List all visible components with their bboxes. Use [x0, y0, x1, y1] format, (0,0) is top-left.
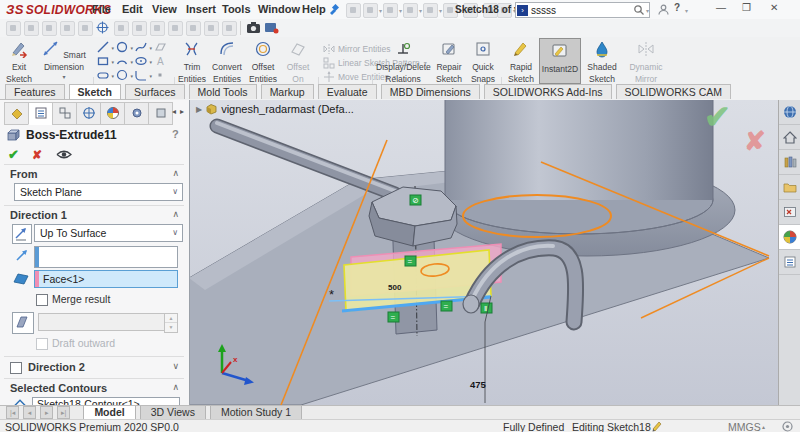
- toolbar-ghost-icon[interactable]: [42, 19, 57, 36]
- instant2d-button[interactable]: Instant2D: [539, 38, 581, 84]
- units-label[interactable]: MMGS: [728, 421, 761, 432]
- sketch-relation-badge[interactable]: =: [388, 312, 399, 322]
- toolbar-ghost-icon[interactable]: [24, 19, 39, 36]
- merge-result-checkbox[interactable]: [36, 294, 48, 306]
- toolbar-ghost-icon[interactable]: [78, 19, 93, 36]
- menu-help[interactable]: Help: [302, 3, 326, 15]
- smart-dimension-button[interactable]: Smart Dimension▾: [38, 40, 90, 80]
- preview-eye-icon[interactable]: [56, 149, 72, 162]
- draft-outward-checkbox[interactable]: [36, 338, 48, 350]
- spline-tool[interactable]: ▾: [135, 41, 152, 54]
- search-dropdown-icon[interactable]: ▾: [646, 7, 649, 14]
- tab-sketch[interactable]: Sketch: [69, 84, 121, 99]
- view-palette-icon[interactable]: [779, 200, 800, 225]
- fillet-tool[interactable]: ▾: [135, 69, 152, 82]
- line-tool[interactable]: ▾: [97, 41, 114, 54]
- tab-scroll-first-icon[interactable]: |◂: [6, 406, 19, 419]
- offset-entities-button[interactable]: Offset Entities: [247, 40, 279, 84]
- tab-markup[interactable]: Markup: [261, 84, 314, 99]
- sketch-relation-badge[interactable]: =: [441, 301, 452, 311]
- cancel-button[interactable]: ✘: [32, 148, 42, 162]
- 3d-views-tab[interactable]: 3D Views: [140, 406, 206, 420]
- collapse-chevron-icon[interactable]: ∧: [172, 382, 179, 392]
- tab-solidworks-cam[interactable]: SOLIDWORKS CAM: [616, 84, 731, 99]
- from-section-label[interactable]: From: [10, 168, 38, 180]
- menu-insert[interactable]: Insert: [186, 3, 216, 15]
- configuration-manager-tab[interactable]: [52, 102, 77, 125]
- panel-tab-scroll-right[interactable]: ▸: [180, 107, 184, 116]
- menu-edit[interactable]: Edit: [122, 3, 143, 15]
- flyout-feature-tree[interactable]: ▶ vignesh_radarmast (Defa...: [196, 103, 354, 115]
- sensors-tab[interactable]: [148, 102, 173, 125]
- rectangle-tool[interactable]: ▾: [97, 55, 114, 68]
- draft-angle-field[interactable]: [38, 313, 166, 331]
- new-document-button[interactable]: ▾: [363, 3, 382, 18]
- print-button[interactable]: ▾: [423, 3, 442, 18]
- expand-chevron-icon[interactable]: ∨: [172, 361, 179, 371]
- resources-globe-icon[interactable]: [779, 100, 800, 125]
- sketch-relation-badge[interactable]: ⊘: [410, 195, 421, 205]
- design-library-icon[interactable]: [779, 150, 800, 175]
- pin-menu-icon[interactable]: [328, 4, 339, 17]
- home-button[interactable]: [346, 3, 361, 18]
- home-tab-icon[interactable]: [779, 125, 800, 150]
- menu-file[interactable]: File: [92, 3, 111, 15]
- toolbar-ghost-icon[interactable]: [168, 19, 183, 36]
- draft-button[interactable]: [12, 312, 34, 334]
- tab-mbd-dimensions[interactable]: MBD Dimensions: [381, 84, 480, 99]
- custom-properties-icon[interactable]: [779, 250, 800, 275]
- orientation-icon[interactable]: [96, 21, 109, 36]
- restore-button[interactable]: ❐: [742, 2, 751, 13]
- toolbar-ghost-icon[interactable]: [222, 19, 237, 36]
- confirm-ok-corner[interactable]: ✔: [704, 98, 731, 136]
- sketch-relation-badge[interactable]: =: [405, 256, 416, 266]
- magnifier-icon[interactable]: [633, 4, 645, 16]
- draft-angle-spinner[interactable]: ▲ ▼: [164, 313, 178, 333]
- toolbar-ghost-icon[interactable]: [186, 19, 201, 36]
- help-dropdown-icon[interactable]: ▾: [685, 7, 688, 14]
- direction2-checkbox[interactable]: [10, 362, 22, 374]
- screen-capture-icon[interactable]: [246, 21, 261, 36]
- tab-evaluate[interactable]: Evaluate: [318, 84, 377, 99]
- from-dropdown[interactable]: Sketch Plane∨: [14, 183, 183, 201]
- model-cylinder[interactable]: [445, 100, 713, 234]
- spline-handle-marker[interactable]: *: [329, 287, 334, 302]
- tab-mold-tools[interactable]: Mold Tools: [189, 84, 257, 99]
- collapse-chevron-icon[interactable]: ∧: [172, 209, 179, 219]
- help-menu[interactable]: ?: [674, 2, 680, 13]
- status-options-icon[interactable]: [782, 421, 793, 432]
- help-icon[interactable]: ?: [172, 128, 179, 140]
- polygon-tool[interactable]: ▾: [116, 69, 133, 82]
- repair-sketch-button[interactable]: Repair Sketch: [432, 40, 466, 84]
- panel-tab-scroll-left[interactable]: ◂: [172, 107, 176, 116]
- dimension-500[interactable]: 500: [388, 283, 402, 292]
- toolbar-ghost-icon[interactable]: [60, 19, 75, 36]
- direction1-section-label[interactable]: Direction 1: [10, 209, 67, 221]
- tab-solidworks-addins[interactable]: SOLIDWORKS Add-Ins: [484, 84, 612, 99]
- tab-scroll-last-icon[interactable]: ▸|: [57, 406, 70, 419]
- toolbar-ghost-icon[interactable]: [6, 19, 21, 36]
- appearances-icon[interactable]: [779, 225, 800, 250]
- sketch-relation-badge[interactable]: ‖: [481, 303, 492, 313]
- menu-window[interactable]: Window: [258, 3, 300, 15]
- property-manager-tab[interactable]: [28, 102, 53, 125]
- confirm-cancel-corner[interactable]: ✘: [744, 126, 766, 157]
- expand-arrow-icon[interactable]: ▶: [196, 105, 202, 114]
- ok-button[interactable]: ✔: [8, 147, 19, 162]
- tab-surfaces[interactable]: Surfaces: [125, 84, 184, 99]
- user-account-icon[interactable]: [658, 4, 669, 17]
- direction-reference-field[interactable]: [34, 246, 178, 268]
- direction2-section-label[interactable]: Direction 2: [28, 361, 85, 373]
- point-tool[interactable]: [154, 69, 171, 82]
- close-button[interactable]: ✕: [770, 2, 778, 13]
- toolbar-ghost-icon[interactable]: [150, 19, 165, 36]
- file-explorer-icon[interactable]: [779, 175, 800, 200]
- search-input[interactable]: › sssss ▾: [515, 2, 650, 18]
- ellipse-tool[interactable]: ▾: [135, 55, 152, 68]
- plane-tool[interactable]: [154, 41, 171, 54]
- dimxpert-manager-tab[interactable]: [76, 102, 101, 125]
- text-tool[interactable]: A: [154, 55, 171, 68]
- toolbar-ghost-icon[interactable]: [114, 19, 129, 36]
- slot-tool[interactable]: ▾: [97, 69, 114, 82]
- open-button[interactable]: ▾: [383, 3, 402, 18]
